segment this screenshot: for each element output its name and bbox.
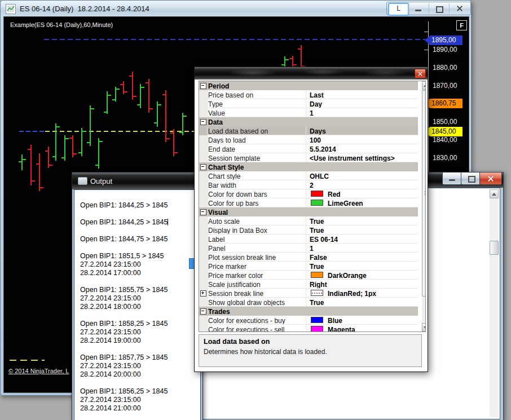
close-button[interactable] (479, 173, 502, 185)
property-value[interactable]: DarkOrange (328, 272, 367, 280)
property-row[interactable]: Color for up barsLimeGreen (199, 198, 418, 207)
property-label: Label (208, 236, 224, 244)
property-row[interactable]: Load data based onDays (199, 126, 418, 135)
property-row[interactable]: LabelES 06-14 (199, 235, 418, 244)
property-value[interactable]: ES 06-14 (310, 236, 338, 244)
collapse-icon[interactable] (200, 119, 206, 125)
property-value[interactable]: LimeGreen (328, 200, 363, 207)
close-button[interactable] (450, 3, 470, 14)
close-tick (108, 95, 111, 96)
property-value[interactable]: IndianRed; 1px (328, 290, 376, 298)
property-value[interactable]: Magenta (328, 326, 355, 332)
ohlc-bar (154, 101, 161, 127)
property-row[interactable]: Value1 (199, 108, 418, 117)
property-row[interactable]: Show global draw objectsTrue (199, 298, 418, 307)
property-value[interactable]: True (310, 263, 324, 271)
property-row[interactable]: Scale justificationRight (199, 280, 418, 289)
property-row[interactable]: End date5.5.2014 (199, 144, 418, 153)
property-value[interactable]: 100 (310, 136, 321, 144)
maximize-icon (436, 6, 443, 13)
color-swatch (311, 191, 323, 197)
property-value[interactable]: Day (310, 100, 322, 108)
maximize-button[interactable] (461, 173, 481, 185)
property-row[interactable]: Session break lineIndianRed; 1px (199, 289, 418, 298)
fixed-scale-button[interactable]: F (456, 20, 467, 30)
text-caret (168, 219, 168, 226)
property-row[interactable]: Color for down barsRed (199, 189, 418, 198)
property-row[interactable]: Panel1 (199, 244, 418, 253)
expand-icon[interactable] (200, 290, 206, 297)
property-label: Price marker (208, 263, 246, 271)
scrollbar[interactable] (490, 189, 499, 417)
scrollbar[interactable] (422, 81, 426, 331)
row-indent-strip (199, 99, 208, 108)
collapse-icon[interactable] (200, 164, 206, 170)
property-value[interactable]: 2 (310, 182, 314, 189)
dialog-titlebar[interactable] (195, 67, 428, 79)
collapse-icon[interactable] (200, 83, 206, 89)
output-text-area[interactable]: Open BIP1: 1844,25 > 1845 Open BIP1: 184… (74, 189, 201, 420)
property-value[interactable]: <Use instrument settings> (310, 154, 395, 162)
property-value[interactable]: True (310, 227, 324, 235)
property-row[interactable]: TypeDay (199, 99, 418, 108)
close-tick (56, 126, 60, 127)
line-1845-blue-segment (19, 131, 45, 132)
property-row[interactable]: Color for executions - sellMagenta (199, 325, 418, 332)
category-row[interactable]: Visual (199, 207, 418, 216)
close-button[interactable] (415, 69, 426, 78)
property-value[interactable]: 5.5.2014 (310, 145, 336, 153)
property-value[interactable]: Right (310, 281, 327, 289)
minimize-button[interactable] (442, 173, 462, 185)
category-row[interactable]: Chart Style (199, 162, 418, 171)
property-row[interactable]: Display in Data BoxTrue (199, 226, 418, 235)
property-value[interactable]: 1 (310, 245, 314, 253)
category-row[interactable]: Data (199, 117, 418, 126)
property-value[interactable]: False (310, 254, 327, 262)
row-indent-strip (199, 126, 208, 135)
collapse-icon[interactable] (200, 209, 206, 215)
column-divider (306, 235, 306, 244)
color-swatch (311, 272, 323, 278)
property-row[interactable]: Plot session break lineFalse (199, 253, 418, 262)
chart-series-label: Example(ES 06-14 (Daily),60,Minute) (10, 21, 113, 28)
property-row[interactable]: Days to load100 (199, 135, 418, 144)
property-value[interactable]: Days (310, 127, 326, 135)
property-value[interactable]: Last (310, 91, 324, 99)
collapse-icon[interactable] (200, 308, 206, 315)
link-button[interactable]: L (388, 3, 409, 16)
property-value[interactable]: 1 (310, 109, 314, 117)
output-line (80, 277, 193, 286)
property-row[interactable]: Chart styleOHLC (199, 171, 418, 180)
property-row[interactable]: Color for executions - buyBlue (199, 316, 418, 325)
scroll-thumb[interactable] (422, 90, 426, 297)
property-row[interactable]: Bar width2 (199, 180, 418, 189)
property-value[interactable]: True (310, 218, 324, 226)
scroll-thumb[interactable] (490, 241, 499, 255)
output-window: Output Open BIP1: 1844,25 > 1845 Open BI… (72, 172, 203, 420)
category-row[interactable]: Period (199, 81, 418, 90)
property-value[interactable]: Blue (328, 317, 342, 325)
property-value[interactable]: OHLC (310, 173, 329, 180)
scroll-up-button[interactable] (490, 189, 499, 198)
scroll-down-button[interactable] (422, 323, 426, 331)
close-tick (158, 104, 161, 105)
property-row[interactable]: Auto scaleTrue (199, 216, 418, 226)
maximize-button[interactable] (429, 3, 448, 14)
output-window-titlebar[interactable]: Output (72, 173, 202, 189)
property-value[interactable]: True (310, 299, 324, 307)
minimize-button[interactable] (409, 3, 428, 14)
axis-tick-label: 1880,00 (433, 64, 457, 72)
property-label: Bar width (208, 182, 236, 189)
row-indent-strip (199, 325, 208, 332)
property-row[interactable]: Price marker colorDarkOrange (199, 271, 418, 280)
property-row[interactable]: Price markerTrue (199, 262, 418, 271)
copyright-link[interactable]: © 2014 NinjaTrader, L (8, 368, 69, 374)
output-line (80, 244, 193, 252)
scroll-up-button[interactable] (422, 81, 426, 90)
chart-window-titlebar[interactable]: ES 06-14 (Daily) 18.2.2014 - 28.4.2014 L (1, 1, 471, 16)
property-value[interactable]: Red (328, 191, 341, 198)
property-row[interactable]: Session template<Use instrument settings… (199, 153, 418, 162)
category-row[interactable]: Trades (199, 307, 418, 316)
property-row[interactable]: Price based onLast (199, 90, 418, 99)
row-indent-strip (199, 189, 208, 198)
